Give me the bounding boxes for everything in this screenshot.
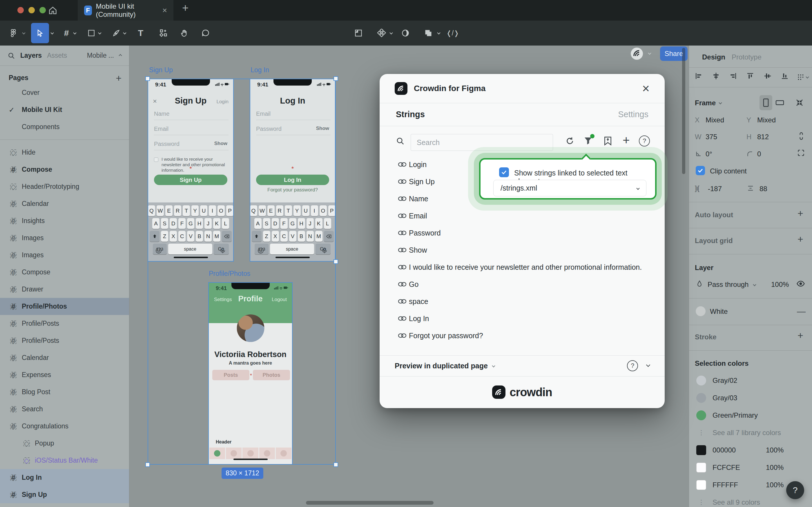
layer-item[interactable]: # ◇ Congratulations <box>0 418 129 435</box>
blend-mode-icon[interactable] <box>695 280 703 288</box>
layer-item[interactable]: # ◇ Compose <box>0 161 129 178</box>
string-item[interactable]: space <box>380 293 665 310</box>
text-tool[interactable]: T <box>134 20 147 46</box>
string-item[interactable]: Go <box>380 276 665 293</box>
shape-tool[interactable] <box>85 20 98 46</box>
selection-handle-sw[interactable] <box>145 462 150 467</box>
layer-item[interactable]: # ◇ Profile/Posts <box>0 315 129 332</box>
width-value[interactable]: 375 <box>706 133 717 141</box>
layer-item[interactable]: # ◇ Insights <box>0 212 129 229</box>
layer-item[interactable]: # ◇ Images <box>0 229 129 246</box>
selection-handle-se[interactable] <box>334 462 338 467</box>
align-bottom-icon[interactable] <box>780 72 789 80</box>
user-avatar[interactable] <box>631 47 643 60</box>
selection-color-row[interactable]: ⋮ 000000 100% <box>689 442 812 459</box>
frame-type-chevron-icon[interactable] <box>718 101 722 104</box>
selection-color-row[interactable]: ⋮ FCFCFE 100% <box>689 459 812 476</box>
align-h-center-icon[interactable] <box>712 72 720 80</box>
landscape-orientation-button[interactable] <box>773 95 786 110</box>
tab-assets[interactable]: Assets <box>47 52 67 59</box>
align-top-icon[interactable] <box>746 72 755 80</box>
tidy-up-icon[interactable] <box>797 73 805 81</box>
tidy-up-chevron-icon[interactable] <box>806 75 809 78</box>
layer-item[interactable]: # ◇ Compose <box>0 264 129 281</box>
tab-layers[interactable]: Layers <box>20 52 42 59</box>
component-set-tool[interactable] <box>375 20 389 46</box>
minimize-window-button[interactable] <box>28 7 35 13</box>
string-item[interactable]: Password <box>380 224 665 241</box>
close-tab-icon[interactable]: × <box>162 6 167 15</box>
page-item[interactable]: ✓ Mobile UI Kit <box>0 101 129 118</box>
preview-help-icon[interactable]: ? <box>627 360 638 371</box>
layer-item[interactable]: # ◇ Blog Post <box>0 384 129 401</box>
new-tab-button[interactable]: + <box>182 5 188 11</box>
tab-settings[interactable]: Settings <box>618 110 648 119</box>
search-icon[interactable] <box>7 52 15 59</box>
layer-item[interactable]: # ◇ Popup <box>0 435 129 452</box>
strings-file-select[interactable]: /strings.xml <box>493 180 646 196</box>
component-tool[interactable] <box>156 20 171 46</box>
frame-tool[interactable]: # <box>60 20 73 46</box>
signup-frame[interactable]: 9:41 × Sign Up Login Name Email Password… <box>148 78 234 262</box>
align-v-center-icon[interactable] <box>763 72 772 80</box>
y-value[interactable]: Mixed <box>757 116 776 124</box>
independent-corners-icon[interactable] <box>797 149 805 157</box>
preview-label[interactable]: Preview in duplicated page <box>395 362 488 370</box>
layer-item[interactable]: # ◇ Expenses <box>0 366 129 384</box>
page-item[interactable]: ✓ Components <box>0 118 129 135</box>
add-string-button[interactable]: + <box>623 133 630 147</box>
blend-mode-chevron-icon[interactable] <box>753 283 756 286</box>
tab-prototype[interactable]: Prototype <box>732 53 761 61</box>
fill-swatch[interactable] <box>696 306 706 316</box>
fill-name[interactable]: White <box>710 307 728 316</box>
layer-item[interactable]: # ◇ Search <box>0 401 129 418</box>
main-menu-button[interactable] <box>6 20 21 46</box>
outline-code-tool[interactable]: ❬/❭ <box>445 20 460 46</box>
resize-to-fit-icon[interactable] <box>795 98 804 107</box>
crowdin-wordmark[interactable]: crowdin <box>510 386 552 399</box>
clip-content-checkbox[interactable] <box>696 166 705 175</box>
mask-tool[interactable] <box>351 20 365 46</box>
comment-tool[interactable] <box>198 20 213 46</box>
add-auto-layout-button[interactable]: + <box>798 210 803 216</box>
selection-color-row[interactable]: ⋮ Green/Primary <box>689 407 812 424</box>
height-value[interactable]: 812 <box>757 133 769 141</box>
vertical-gap-value[interactable]: 88 <box>759 185 767 193</box>
selection-color-row[interactable]: ⋮ Gray/03 <box>689 389 812 407</box>
frame-tool-chevron-icon[interactable] <box>73 31 76 34</box>
component-set-chevron-icon[interactable] <box>390 31 393 34</box>
pen-tool-chevron-icon[interactable] <box>123 31 126 34</box>
profile-frame[interactable]: 9:41 Settings Logout Profile Victoriia R… <box>208 282 293 465</box>
modal-close-button[interactable]: × <box>642 84 650 93</box>
close-window-button[interactable] <box>17 7 24 13</box>
shape-tool-chevron-icon[interactable] <box>98 31 101 34</box>
blend-mode-value[interactable]: Pass through <box>708 280 749 289</box>
help-button[interactable]: ? <box>786 481 804 499</box>
corner-radius-value[interactable]: 0 <box>757 150 761 158</box>
vertical-scrollbar[interactable] <box>682 48 685 174</box>
show-linked-strings-checkbox[interactable] <box>499 167 509 177</box>
bookmark-icon[interactable] <box>603 136 612 146</box>
collapse-sidebar-icon[interactable] <box>119 54 122 57</box>
frame-section-label[interactable]: Frame <box>695 99 716 107</box>
frame-name-login[interactable]: Log In <box>250 66 269 74</box>
string-item[interactable]: Log In <box>380 310 665 327</box>
boolean-chevron-icon[interactable] <box>437 31 440 34</box>
frame-name-profile[interactable]: Profile/Photos <box>209 270 250 278</box>
visibility-eye-icon[interactable] <box>796 279 805 288</box>
selection-handle-e[interactable] <box>334 259 338 264</box>
add-page-button[interactable]: + <box>116 75 121 81</box>
refresh-icon[interactable] <box>565 136 575 146</box>
tab-document[interactable]: Mobile ... <box>87 52 114 59</box>
add-stroke-button[interactable]: + <box>798 332 803 338</box>
move-tool[interactable] <box>31 23 49 43</box>
layer-item[interactable]: # ◇ Drawer <box>0 281 129 298</box>
string-item[interactable]: I would like to receive your newsletter … <box>380 259 665 276</box>
zoom-window-button[interactable] <box>40 7 46 13</box>
layer-item[interactable]: # ◇ Profile/Posts <box>0 332 129 349</box>
frame-name-signup[interactable]: Sign Up <box>149 66 173 74</box>
layer-item[interactable]: # ◇ Profile/Photos <box>0 298 129 315</box>
string-item[interactable]: Forgot your password? <box>380 327 665 344</box>
layer-item[interactable]: # ◇ Calendar <box>0 195 129 212</box>
layer-item[interactable]: # ◇ Calendar <box>0 349 129 366</box>
